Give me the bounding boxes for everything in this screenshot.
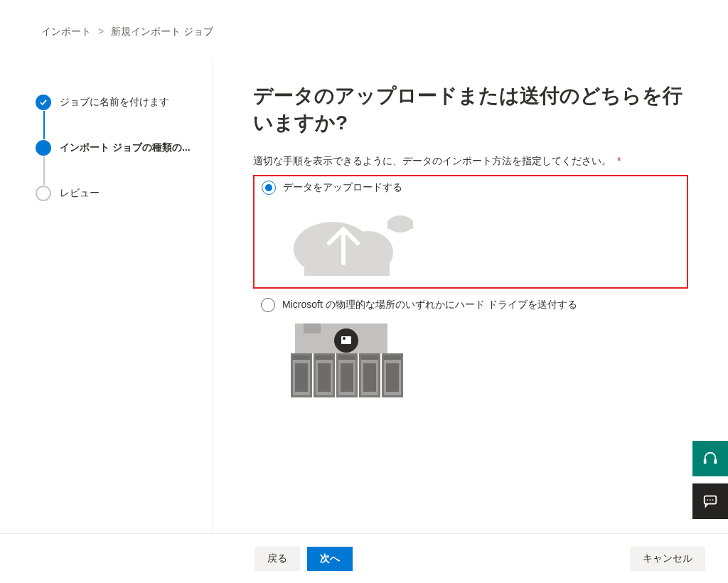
breadcrumb-root-link[interactable]: インポート xyxy=(41,26,91,37)
main-content: データのアップロードまたは送付のどちらを行いますか? 適切な手順を表示できるよう… xyxy=(213,61,728,533)
svg-rect-22 xyxy=(341,363,353,392)
wizard-footer: 戻る 次へ キャンセル xyxy=(0,533,728,583)
svg-rect-1 xyxy=(387,220,413,229)
svg-rect-17 xyxy=(316,355,333,360)
upcoming-step-icon xyxy=(36,186,51,201)
option-ship-drives[interactable]: Microsoft の物理的な場所のいずれかにハード ドライブを送付する xyxy=(253,293,688,412)
breadcrumb-current: 新規インポート ジョブ xyxy=(111,26,213,37)
option-upload-data[interactable]: データをアップロードする xyxy=(253,175,688,289)
step-name-job[interactable]: ジョブに名前を付けます xyxy=(36,94,198,111)
option-label: データをアップロードする xyxy=(283,181,402,194)
svg-rect-14 xyxy=(295,363,308,392)
svg-rect-30 xyxy=(386,363,399,392)
step-label: インポート ジョブの種類の... xyxy=(60,141,191,154)
side-help-tabs xyxy=(692,441,728,519)
step-label: レビュー xyxy=(60,187,100,200)
step-review[interactable]: レビュー xyxy=(36,185,198,202)
page-title: データのアップロードまたは送付のどちらを行いますか? xyxy=(253,82,688,137)
instruction-label: 適切な手順を表示できるように、データのインポート方法を指定してください。 xyxy=(253,155,611,166)
svg-point-34 xyxy=(707,499,708,501)
step-connector xyxy=(43,156,45,185)
svg-rect-26 xyxy=(363,363,376,392)
radio-icon xyxy=(261,298,275,312)
svg-rect-32 xyxy=(714,459,717,464)
support-button[interactable] xyxy=(692,441,728,476)
svg-point-36 xyxy=(712,499,714,501)
check-circle-icon xyxy=(36,95,51,110)
radio-icon xyxy=(262,181,276,195)
cloud-upload-icon xyxy=(283,199,680,280)
svg-rect-18 xyxy=(318,363,331,392)
svg-rect-7 xyxy=(304,323,321,333)
datacenter-icon xyxy=(282,316,680,405)
svg-point-10 xyxy=(343,337,346,340)
svg-rect-21 xyxy=(338,355,355,360)
svg-rect-25 xyxy=(361,355,378,360)
svg-rect-4 xyxy=(304,249,390,276)
svg-rect-9 xyxy=(341,336,351,344)
required-asterisk: * xyxy=(617,155,621,166)
wizard-stepper: ジョブに名前を付けます インポート ジョブの種類の... レビュー xyxy=(0,61,213,533)
feedback-icon xyxy=(702,493,718,509)
headset-icon xyxy=(702,451,718,466)
breadcrumb-separator: > xyxy=(98,26,104,37)
breadcrumb: インポート > 新規インポート ジョブ xyxy=(0,0,728,38)
feedback-button[interactable] xyxy=(692,483,728,519)
instruction-text: 適切な手順を表示できるように、データのインポート方法を指定してください。 * xyxy=(253,155,688,168)
next-button[interactable]: 次へ xyxy=(307,547,353,571)
step-import-type[interactable]: インポート ジョブの種類の... xyxy=(36,139,198,156)
svg-rect-31 xyxy=(704,459,707,464)
svg-rect-29 xyxy=(384,355,401,360)
option-label: Microsoft の物理的な場所のいずれかにハード ドライブを送付する xyxy=(282,299,577,311)
cancel-button[interactable]: キャンセル xyxy=(630,547,705,571)
svg-point-35 xyxy=(710,499,711,501)
step-label: ジョブに名前を付けます xyxy=(60,96,169,109)
current-step-icon xyxy=(36,140,51,156)
svg-rect-13 xyxy=(293,355,310,360)
back-button[interactable]: 戻る xyxy=(255,547,300,571)
step-connector xyxy=(43,111,45,139)
